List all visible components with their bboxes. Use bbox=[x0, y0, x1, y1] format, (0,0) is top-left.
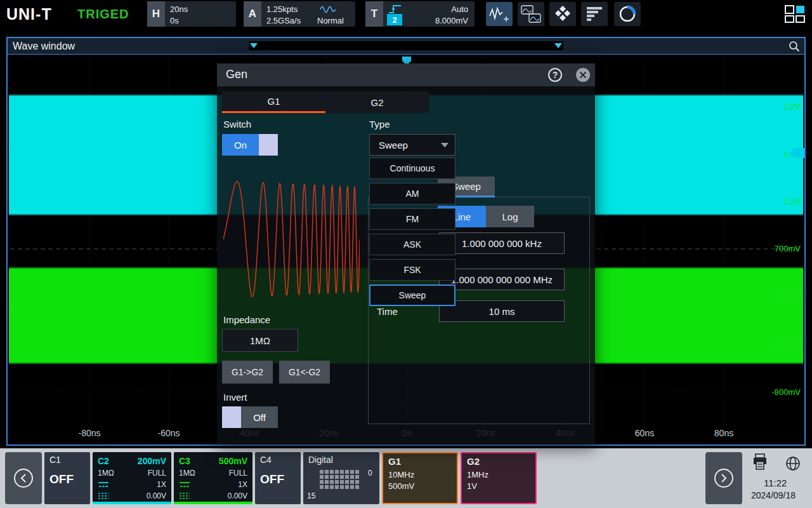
close-icon[interactable] bbox=[576, 68, 590, 82]
oscilloscope-screen: UNI-T TRIGED H 20ns 0s A 1.25kpts 2.5GSa… bbox=[0, 0, 812, 508]
clock-time: 11:22 bbox=[764, 478, 787, 488]
help-icon[interactable]: ? bbox=[548, 68, 562, 82]
type-dropdown: Continuous AM FM ASK FSK Sweep bbox=[369, 157, 455, 310]
wave-window-header: Wave window bbox=[8, 38, 804, 55]
generator-name: G2 bbox=[467, 456, 530, 467]
switch-off-segment bbox=[259, 134, 278, 156]
loading-circle-button[interactable] bbox=[614, 2, 641, 26]
stop-frequency-field[interactable]: 1.000 000 000 000 MHz bbox=[439, 269, 565, 290]
window-layout-button[interactable] bbox=[782, 2, 808, 26]
impedance-label: Impedance bbox=[223, 314, 270, 325]
acquire-settings-group[interactable]: A 1.25kpts 2.5GSa/s Normal bbox=[244, 1, 355, 27]
printer-icon[interactable] bbox=[752, 453, 768, 474]
digital-pod-grid bbox=[320, 470, 359, 489]
dropdown-option-sweep[interactable]: Sweep bbox=[369, 284, 455, 306]
channel-card-c2[interactable]: C2 200mV 1MΩ FULL 1X 0.00V bbox=[93, 452, 171, 504]
trigger-level-value: 8.000mV bbox=[435, 16, 468, 25]
copy-g2-to-g1-button[interactable]: G1<-G2 bbox=[279, 361, 330, 384]
waveform-tool-button[interactable] bbox=[486, 2, 513, 26]
digital-d15-label: 15 bbox=[307, 491, 315, 500]
generator-card-g1[interactable]: G1 10MHz 500mV bbox=[382, 452, 458, 504]
generator-frequency: 1MHz bbox=[467, 469, 530, 481]
slider-left-arrow[interactable] bbox=[250, 43, 258, 48]
channel-scale: 200mV bbox=[138, 456, 166, 466]
trigger-settings-group[interactable]: T 2 Auto 8.000mV bbox=[365, 1, 475, 27]
c2-ground-marker[interactable]: 2 bbox=[10, 144, 15, 153]
network-globe-icon[interactable] bbox=[785, 456, 801, 474]
brand-logo: UNI-T bbox=[6, 5, 52, 23]
generator-card-g2[interactable]: G2 1MHz 1V bbox=[461, 452, 537, 504]
channel-bandwidth: FULL bbox=[229, 469, 247, 478]
horizontal-position-slider[interactable] bbox=[249, 41, 563, 50]
sample-rate-value: 2.5GSa/s bbox=[266, 16, 301, 25]
trigger-mode-value: Auto bbox=[451, 4, 468, 14]
invert-off-segment: Off bbox=[241, 406, 278, 428]
waveform-tool-icon bbox=[488, 4, 510, 23]
generator-amplitude: 1V bbox=[467, 481, 530, 492]
digital-channels-card[interactable]: Digital 0 15 bbox=[303, 452, 379, 504]
prev-page-button[interactable] bbox=[5, 452, 42, 504]
channel-state: OFF bbox=[260, 472, 296, 486]
sweep-time-field[interactable]: 10 ms bbox=[439, 300, 565, 322]
level-label: -300mV bbox=[771, 339, 801, 349]
level-label: 2.2V bbox=[783, 102, 801, 111]
time-offset-value: 0s bbox=[170, 16, 179, 25]
horizontal-settings-group[interactable]: H 20ns 0s bbox=[147, 1, 236, 27]
sine-icon bbox=[320, 5, 336, 17]
channel-probe: 1X bbox=[238, 480, 247, 489]
horizontal-key: H bbox=[147, 1, 165, 27]
time-label: 60ns bbox=[635, 428, 654, 438]
trigger-source-badge: 2 bbox=[387, 14, 402, 25]
level-label: 700mV bbox=[775, 244, 801, 253]
channel-name: C1 bbox=[49, 455, 85, 465]
dc-coupling-icon bbox=[179, 481, 190, 488]
level-label: -800mV bbox=[771, 387, 801, 397]
dropdown-option-fsk[interactable]: FSK bbox=[369, 259, 455, 281]
generator-frequency: 10MHz bbox=[388, 469, 452, 481]
invert-toggle[interactable]: Off bbox=[222, 406, 278, 428]
memory-depth-value: 1.25kpts bbox=[266, 4, 298, 14]
log-button[interactable]: Log bbox=[486, 206, 534, 227]
invert-label: Invert bbox=[223, 392, 247, 403]
dashed-lines-icon bbox=[98, 492, 109, 500]
channel-card-c1[interactable]: C1 OFF bbox=[44, 452, 90, 504]
dual-waveform-button[interactable] bbox=[518, 2, 544, 26]
dc-coupling-icon bbox=[98, 481, 109, 488]
channel-probe: 1X bbox=[157, 480, 166, 489]
dropdown-option-am[interactable]: AM bbox=[369, 183, 455, 204]
acquire-key: A bbox=[244, 1, 261, 27]
next-page-button[interactable] bbox=[705, 452, 742, 504]
generator-name: G1 bbox=[388, 456, 452, 467]
copy-g1-to-g2-button[interactable]: G1->G2 bbox=[222, 361, 273, 384]
dual-waveform-icon bbox=[521, 4, 541, 23]
slider-right-arrow[interactable] bbox=[554, 43, 562, 48]
channel-bandwidth: FULL bbox=[148, 469, 166, 478]
channel-offset: 0.00V bbox=[228, 491, 247, 500]
tab-g2[interactable]: G2 bbox=[325, 91, 429, 113]
channel-impedance: 1MΩ bbox=[179, 469, 195, 478]
chevron-right-icon bbox=[714, 469, 733, 488]
type-select[interactable]: Sweep bbox=[369, 134, 455, 156]
channel-impedance: 1MΩ bbox=[98, 469, 114, 478]
dropdown-option-ask[interactable]: ASK bbox=[369, 234, 455, 255]
switch-label: Switch bbox=[223, 119, 251, 130]
switch-toggle[interactable]: On bbox=[222, 134, 278, 156]
c3-ground-marker[interactable]: 3 bbox=[10, 302, 15, 312]
channel-card-c4[interactable]: C4 OFF bbox=[255, 452, 301, 504]
top-status-bar: UNI-T TRIGED H 20ns 0s A 1.25kpts 2.5GSa… bbox=[0, 0, 812, 28]
diamond-grid-button[interactable] bbox=[549, 2, 576, 26]
impedance-button[interactable]: 1MΩ bbox=[222, 329, 298, 352]
tab-g1[interactable]: G1 bbox=[222, 91, 325, 113]
dropdown-option-fm[interactable]: FM bbox=[369, 208, 455, 230]
histogram-icon bbox=[586, 6, 603, 22]
dropdown-option-continuous[interactable]: Continuous bbox=[369, 157, 455, 179]
histogram-button[interactable] bbox=[581, 2, 608, 26]
zoom-icon[interactable] bbox=[788, 40, 801, 55]
channel-card-c3[interactable]: C3 500mV 1MΩ FULL 1X 0.00V bbox=[174, 452, 252, 504]
start-frequency-field[interactable]: 1.000 000 000 kHz bbox=[439, 232, 565, 254]
type-label: Type bbox=[369, 119, 390, 130]
window-layout-icon bbox=[784, 4, 806, 23]
trigger-key: T bbox=[365, 1, 383, 27]
time-label: 80ns bbox=[714, 428, 733, 438]
channel-name: C4 bbox=[260, 455, 296, 465]
